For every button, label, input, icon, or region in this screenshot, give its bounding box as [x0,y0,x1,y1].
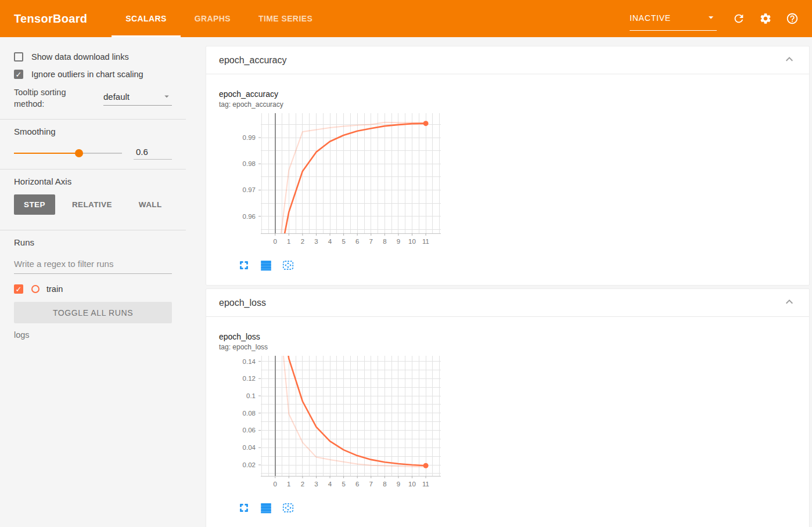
header-actions: INACTIVE [630,0,812,37]
smoothing-value[interactable]: 0.6 [134,147,172,160]
svg-text:0.97: 0.97 [243,186,256,193]
run-checkbox-icon[interactable] [14,284,23,294]
line-chart[interactable]: 012345678910110.020.040.060.080.10.120.1… [219,353,809,495]
chart-tag: tag: epoch_accuracy [219,100,809,109]
svg-text:9: 9 [397,238,400,245]
tooltip-sorting-value: default [103,92,130,102]
caret-down-icon [705,12,717,25]
refresh-button[interactable] [732,12,746,26]
chart-title: epoch_loss [219,332,809,341]
axis-button-group: STEP RELATIVE WALL [14,194,172,215]
svg-text:8: 8 [383,481,386,488]
tab-graphs[interactable]: GRAPHS [181,0,245,37]
checkbox-label: Show data download links [31,52,129,62]
svg-text:3: 3 [314,481,318,488]
scalar-card-epoch-loss: epoch_loss epoch_loss tag: epoch_loss 01… [206,288,810,527]
line-chart[interactable]: 012345678910110.960.970.980.99 [219,111,809,252]
svg-text:11: 11 [422,238,429,245]
axis-wall-button[interactable]: WALL [129,194,172,215]
card-header[interactable]: epoch_loss [206,289,809,317]
settings-gear-icon [759,12,772,25]
card-title: epoch_loss [219,298,266,308]
svg-text:9: 9 [397,481,400,488]
chart-toolbar [238,501,809,515]
tab-bar: SCALARS GRAPHS TIME SERIES [112,0,326,37]
dashboard-main: epoch_accuracy epoch_accuracy tag: epoch… [186,37,812,527]
show-download-links-checkbox-row[interactable]: Show data download links [14,52,172,62]
fit-domain-icon[interactable] [282,501,297,515]
checkbox-label: Ignore outliers in chart scaling [31,70,143,79]
svg-text:0: 0 [274,481,277,488]
svg-text:0.1: 0.1 [246,392,256,399]
general-settings-section: Show data download links Ignore outliers… [0,45,186,120]
help-icon [786,12,799,25]
svg-text:0.12: 0.12 [243,375,256,382]
checkbox-icon[interactable] [14,70,23,79]
svg-text:8: 8 [383,238,386,245]
svg-text:5: 5 [342,481,345,488]
tooltip-sorting-label: Tooltip sorting method: [14,87,84,110]
toggle-all-runs-button[interactable]: TOGGLE ALL RUNS [14,302,172,323]
collapse-chevron-up-icon[interactable] [782,295,796,311]
horizontal-axis-section: Horizontal Axis STEP RELATIVE WALL [0,169,186,230]
chart-title: epoch_accuracy [219,89,809,99]
checkbox-icon[interactable] [14,52,23,62]
run-color-swatch-icon [31,285,39,293]
axis-relative-button[interactable]: RELATIVE [62,194,122,215]
run-item-train[interactable]: train [14,284,172,294]
svg-text:2: 2 [301,481,304,488]
smoothing-section: Smoothing 0.6 [0,120,186,169]
card-body: epoch_loss tag: epoch_loss 0123456789101… [206,317,809,527]
settings-sidebar: Show data download links Ignore outliers… [0,37,186,527]
tooltip-sorting-dropdown[interactable]: default [103,91,172,106]
run-label: train [46,284,63,294]
svg-text:0.14: 0.14 [243,358,256,365]
fullscreen-icon[interactable] [238,501,253,515]
tab-time-series[interactable]: TIME SERIES [245,0,326,37]
tab-scalars[interactable]: SCALARS [112,0,180,37]
svg-text:0.02: 0.02 [243,461,256,468]
svg-text:0.06: 0.06 [243,427,256,434]
svg-text:4: 4 [328,238,332,245]
svg-text:4: 4 [328,481,332,488]
tooltip-sorting-row: Tooltip sorting method: default [14,87,172,110]
fullscreen-icon[interactable] [238,258,253,272]
svg-text:0.99: 0.99 [243,134,256,141]
svg-text:7: 7 [369,238,373,245]
svg-text:5: 5 [342,238,345,245]
slider-fill [14,153,79,154]
card-header[interactable]: epoch_accuracy [206,46,809,74]
runs-section: Runs train TOGGLE ALL RUNS logs [0,230,186,349]
svg-text:10: 10 [408,481,416,488]
axis-step-button[interactable]: STEP [14,194,55,215]
svg-text:0.08: 0.08 [243,410,256,417]
fit-domain-icon[interactable] [282,258,297,272]
svg-text:0: 0 [274,238,277,245]
svg-text:0.98: 0.98 [243,160,256,167]
svg-text:0.04: 0.04 [243,444,256,451]
svg-text:11: 11 [422,481,429,488]
card-title: epoch_accuracy [219,55,287,66]
smoothing-slider[interactable] [14,149,122,158]
collapse-chevron-up-icon[interactable] [782,52,796,68]
log-scale-icon[interactable] [260,501,275,515]
slider-thumb[interactable] [75,149,83,157]
log-scale-icon[interactable] [260,258,275,272]
runs-filter-input[interactable] [14,255,172,274]
settings-button[interactable] [759,12,773,26]
svg-text:1: 1 [287,238,290,245]
ignore-outliers-checkbox-row[interactable]: Ignore outliers in chart scaling [14,70,172,79]
svg-text:3: 3 [314,238,318,245]
svg-text:1: 1 [287,481,290,488]
status-label: INACTIVE [630,13,671,23]
status-dropdown[interactable]: INACTIVE [630,12,717,31]
svg-text:2: 2 [301,238,304,245]
runs-label: Runs [14,237,172,247]
chart-toolbar [238,258,809,272]
app-header: TensorBoard SCALARS GRAPHS TIME SERIES I… [0,0,812,37]
help-button[interactable] [785,12,799,26]
smoothing-label: Smoothing [14,127,172,136]
card-body: epoch_accuracy tag: epoch_accuracy 01234… [206,74,809,285]
svg-text:0.96: 0.96 [243,213,256,220]
refresh-icon [732,12,745,25]
